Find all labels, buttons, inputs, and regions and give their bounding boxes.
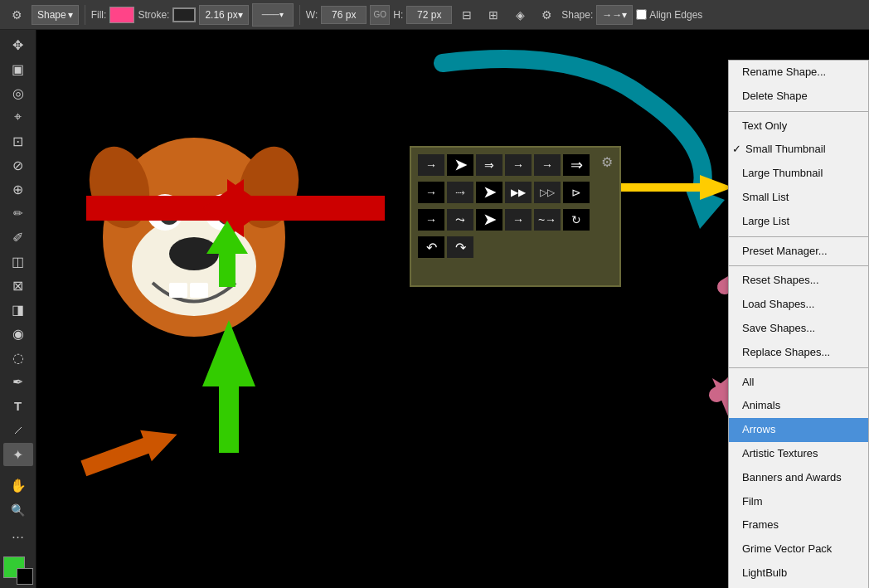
animals-item[interactable]: Animals — [729, 394, 868, 418]
delete-shape-item[interactable]: Delete Shape — [729, 85, 868, 109]
dog-face — [80, 138, 307, 337]
svg-point-6 — [147, 194, 183, 231]
load-shapes-item[interactable]: Load Shapes... — [729, 293, 868, 317]
more-tool-btn[interactable]: … — [3, 522, 33, 546]
save-shapes-item[interactable]: Save Shapes... — [729, 317, 868, 341]
svg-point-8 — [159, 205, 179, 225]
all-item[interactable]: All — [729, 371, 868, 395]
shape-cell[interactable]: ⊳ — [563, 182, 590, 203]
align-icon[interactable]: ⊞ — [482, 3, 505, 27]
history-tool-btn[interactable]: ◫ — [3, 250, 33, 274]
pen-tool-btn[interactable]: ✒ — [3, 371, 33, 394]
width-input[interactable] — [321, 6, 367, 24]
shape-cell[interactable]: ▶▶ — [505, 182, 532, 203]
panel-gear-icon[interactable]: ⚙ — [601, 154, 613, 170]
shape-cell[interactable]: → — [418, 209, 444, 231]
red-arrow-right — [202, 179, 385, 237]
shape-cell[interactable]: ⇒ — [563, 154, 590, 176]
frames-item[interactable]: Frames — [729, 513, 868, 537]
align-edges-checkbox[interactable] — [636, 9, 647, 20]
svg-marker-17 — [206, 337, 248, 424]
small-list-item[interactable]: Small List — [729, 186, 868, 210]
zoom-tool-btn[interactable]: 🔍 — [3, 498, 33, 522]
move-tool-btn[interactable]: ✥ — [3, 33, 33, 56]
go-button[interactable]: GO — [370, 5, 390, 25]
green-arrow — [206, 221, 248, 424]
stroke-width-display[interactable]: 2.16 px ▾ — [199, 5, 248, 25]
shape-style-dropdown[interactable]: →→▾ — [596, 5, 633, 25]
shape-cell[interactable]: ▷▷ — [534, 182, 561, 203]
grime-vector-pack-item[interactable]: Grime Vector Pack — [729, 537, 868, 561]
stroke-style-dropdown[interactable]: ───▾ — [252, 3, 294, 27]
text-only-item[interactable]: Text Only — [729, 114, 868, 138]
height-input[interactable] — [406, 6, 452, 24]
replace-shapes-item[interactable]: Replace Shapes... — [729, 341, 868, 365]
dropdown-menu: Rename Shape... Delete Shape Text Only S… — [728, 60, 869, 588]
svg-point-4 — [132, 216, 256, 316]
reset-shapes-item[interactable]: Reset Shapes... — [729, 269, 868, 293]
film-item[interactable]: Film — [729, 490, 868, 514]
shape-tool-btn[interactable]: ✦ — [3, 443, 33, 466]
shape-cell[interactable]: ➤ — [476, 182, 502, 203]
eraser-tool-btn[interactable]: ⊠ — [3, 275, 33, 298]
gradient-tool-btn[interactable]: ◨ — [3, 299, 33, 322]
w-label: W: — [306, 9, 318, 21]
svg-rect-14 — [169, 283, 187, 298]
h-label: H: — [393, 9, 403, 21]
stroke-color-swatch[interactable] — [172, 7, 196, 22]
shape-cell[interactable]: ⤳ — [447, 209, 473, 231]
shape-cell[interactable]: → — [505, 154, 532, 176]
small-thumbnail-item[interactable]: Small Thumbnail — [729, 138, 868, 162]
align-edges-check[interactable]: Align Edges — [636, 9, 702, 21]
lightbulb-item[interactable]: LightBulb — [729, 561, 868, 586]
healing-tool-btn[interactable]: ⊕ — [3, 177, 33, 201]
layer-icon[interactable]: ◈ — [508, 3, 532, 27]
shape-cell[interactable]: → — [505, 209, 532, 231]
select-tool-btn[interactable]: ◎ — [3, 81, 33, 104]
options-icon[interactable]: ⚙ — [5, 3, 28, 27]
fill-color-swatch[interactable] — [109, 7, 134, 23]
shape-cell[interactable]: ⇒ — [476, 154, 502, 176]
large-thumbnail-item[interactable]: Large Thumbnail — [729, 162, 868, 186]
eyedropper-tool-btn[interactable]: ⊘ — [3, 153, 33, 177]
shape-cell[interactable]: → — [534, 154, 561, 176]
text-tool-btn[interactable]: T — [3, 395, 33, 418]
artboard-tool-btn[interactable]: ▣ — [3, 57, 33, 80]
hand-tool-btn[interactable]: ✋ — [3, 474, 33, 498]
banners-and-awards-item[interactable]: Banners and Awards — [729, 466, 868, 490]
shape-cell[interactable]: → — [418, 154, 444, 176]
separator — [85, 5, 85, 25]
shape-cell[interactable]: ↻ — [563, 209, 590, 231]
clone-tool-btn[interactable]: ✐ — [3, 226, 33, 250]
tool-type-dropdown[interactable]: Shape ▾ — [32, 5, 79, 25]
shape-cell[interactable]: ⤑ — [447, 182, 473, 203]
svg-rect-15 — [190, 283, 208, 298]
blur-tool-btn[interactable]: ◉ — [3, 323, 33, 346]
dodge-tool-btn[interactable]: ◌ — [3, 347, 33, 370]
brush-tool-btn[interactable]: ✏ — [3, 202, 33, 225]
large-list-item[interactable]: Large List — [729, 210, 868, 234]
svg-point-7 — [205, 194, 241, 231]
menu-separator — [729, 111, 868, 112]
shape-cell[interactable]: ➤ — [476, 209, 502, 231]
crop-tool-btn[interactable]: ⊡ — [3, 129, 33, 153]
shape-cell[interactable]: ↷ — [447, 236, 473, 258]
svg-point-13 — [230, 140, 307, 236]
color-swatches — [3, 556, 33, 585]
path-tool-btn[interactable]: ⟋ — [3, 419, 33, 442]
svg-marker-19 — [202, 320, 255, 386]
background-color-swatch[interactable] — [17, 568, 33, 585]
shape-cell[interactable]: ➤ — [447, 154, 473, 176]
artistic-textures-item[interactable]: Artistic Textures — [729, 442, 868, 466]
settings-icon[interactable]: ⚙ — [535, 3, 558, 27]
svg-point-9 — [217, 205, 237, 225]
shape-cell[interactable]: → — [418, 182, 444, 203]
lasso-tool-btn[interactable]: ⌖ — [3, 105, 33, 129]
constrain-icon[interactable]: ⊟ — [455, 3, 478, 27]
preset-manager-item[interactable]: Preset Manager... — [729, 240, 868, 264]
menu-separator2 — [729, 236, 868, 237]
rename-shape-item[interactable]: Rename Shape... — [729, 61, 868, 85]
arrows-item[interactable]: Arrows — [729, 418, 868, 442]
shape-cell[interactable]: ~→ — [534, 209, 561, 231]
shape-cell[interactable]: ↶ — [418, 236, 444, 258]
